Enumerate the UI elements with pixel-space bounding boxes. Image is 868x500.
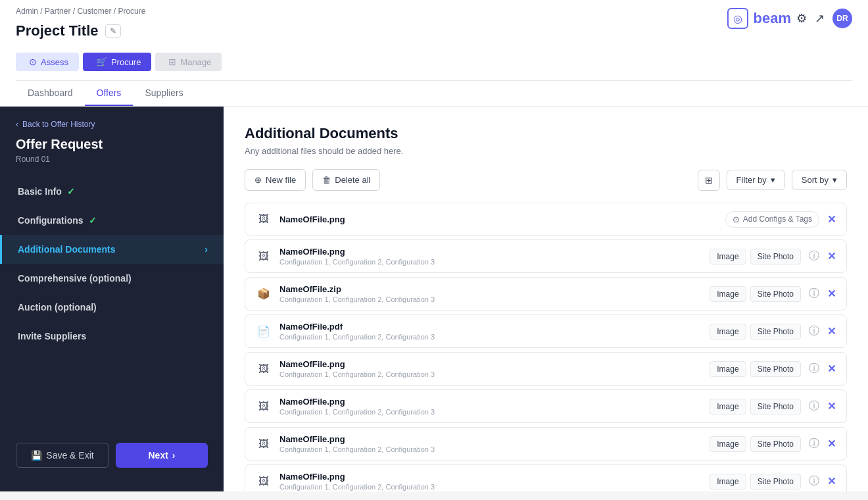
file-info-button[interactable]: ⓘ	[808, 286, 821, 302]
file-actions: ⓘ✕	[808, 248, 837, 264]
beam-circle-icon: ◎	[733, 12, 742, 25]
file-type-icon: 📄	[254, 322, 273, 341]
next-button[interactable]: Next ›	[116, 443, 208, 468]
file-row: 🖼NameOfFile.png⊙ Add Configs & Tags✕	[245, 203, 847, 236]
file-tag: Image	[710, 361, 746, 377]
back-to-offer-history[interactable]: ‹ Back to Offer History	[0, 120, 224, 137]
tab-offers[interactable]: Offers	[85, 81, 133, 106]
grid-view-button[interactable]: ⊞	[698, 170, 720, 191]
file-tags: ⊙ Add Configs & Tags	[725, 211, 819, 228]
back-label: Back to Offer History	[22, 120, 95, 129]
assess-icon: ⊙	[29, 57, 37, 67]
arrow-icon-additional-documents: ›	[205, 244, 208, 255]
file-remove-button[interactable]: ✕	[826, 436, 837, 451]
file-configs: Configuration 1, Configuration 2, Config…	[279, 295, 703, 303]
step-procure-label: Procure	[111, 57, 141, 67]
file-remove-button[interactable]: ✕	[826, 212, 837, 227]
step-assess-label: Assess	[41, 57, 68, 67]
breadcrumb-partner[interactable]: Partner	[45, 7, 70, 16]
file-info-button[interactable]: ⓘ	[808, 248, 821, 264]
next-label: Next	[148, 450, 168, 461]
new-file-label: New file	[266, 175, 296, 185]
breadcrumb-admin[interactable]: Admin	[16, 7, 38, 16]
content-title: Additional Documents	[245, 125, 847, 142]
main-layout: ‹ Back to Offer History Offer Request Ro…	[0, 107, 868, 491]
chevron-left-icon: ‹	[16, 120, 18, 129]
file-remove-button[interactable]: ✕	[826, 286, 837, 301]
new-file-button[interactable]: ⊕ New file	[245, 169, 306, 191]
file-name: NameOfFile.png	[279, 397, 703, 407]
file-tag: Image	[710, 436, 746, 452]
sort-by-button[interactable]: Sort by ▾	[792, 170, 847, 190]
step-assess[interactable]: ⊙ Assess	[16, 53, 79, 71]
sidebar-item-comprehensive[interactable]: Comprehensive (optional)	[0, 264, 224, 293]
delete-all-button[interactable]: 🗑 Delete all	[312, 169, 380, 191]
settings-icon[interactable]: ⚙	[796, 11, 807, 26]
file-info: NameOfFile.pngConfiguration 1, Configura…	[279, 397, 703, 416]
info-circle-icon: ⓘ	[809, 249, 819, 263]
beam-logo-icon: ◎	[727, 8, 748, 29]
step-progress: ⊙ Assess 🛒 Procure ⊞ Manage	[16, 46, 852, 80]
file-info-button[interactable]: ⓘ	[808, 436, 821, 452]
external-link-icon[interactable]: ↗	[815, 11, 825, 26]
file-remove-button[interactable]: ✕	[826, 249, 837, 264]
close-icon: ✕	[827, 362, 836, 375]
file-info: NameOfFile.pngConfiguration 1, Configura…	[279, 434, 703, 453]
file-tag: Site Photo	[750, 324, 801, 339]
file-info-button[interactable]: ⓘ	[808, 323, 821, 339]
sidebar-item-invite-suppliers[interactable]: Invite Suppliers	[0, 322, 224, 351]
sidebar-item-additional-documents[interactable]: Additional Documents ›	[0, 235, 224, 264]
file-row: 🖼NameOfFile.pngConfiguration 1, Configur…	[245, 427, 847, 461]
check-icon-basic-info: ✓	[67, 186, 75, 197]
file-remove-button[interactable]: ✕	[826, 399, 837, 414]
close-icon: ✕	[827, 475, 836, 488]
nav-tabs: Dashboard Offers Suppliers	[16, 80, 852, 106]
file-info-button[interactable]: ⓘ	[808, 361, 821, 377]
file-name: NameOfFile.png	[279, 359, 703, 369]
sidebar-item-basic-info[interactable]: Basic Info ✓	[0, 177, 224, 206]
file-remove-button[interactable]: ✕	[826, 324, 837, 339]
save-exit-button[interactable]: 💾 Save & Exit	[16, 443, 109, 468]
file-info: NameOfFile.pngConfiguration 1, Configura…	[279, 472, 703, 491]
breadcrumb-customer[interactable]: Customer	[77, 7, 111, 16]
file-info-button[interactable]: ⓘ	[808, 398, 821, 414]
user-avatar[interactable]: DR	[832, 9, 852, 28]
beam-logo-text: beam	[754, 10, 791, 27]
file-tag: Image	[710, 286, 746, 302]
file-remove-button[interactable]: ✕	[826, 361, 837, 376]
file-tag: Site Photo	[750, 249, 801, 264]
info-circle-icon: ⓘ	[809, 474, 819, 488]
close-icon: ✕	[827, 438, 836, 450]
breadcrumb-procure[interactable]: Procure	[118, 7, 145, 16]
tab-dashboard[interactable]: Dashboard	[16, 81, 85, 106]
trash-icon: 🗑	[322, 175, 331, 185]
step-procure[interactable]: 🛒 Procure	[83, 53, 152, 71]
file-configs: Configuration 1, Configuration 2, Config…	[279, 258, 703, 266]
info-circle-icon: ⓘ	[809, 399, 819, 413]
content-area: Additional Documents Any additional file…	[224, 107, 868, 491]
file-name: NameOfFile.pdf	[279, 322, 703, 332]
file-info-button[interactable]: ⓘ	[808, 473, 821, 489]
file-type-icon: 🖼	[254, 397, 273, 416]
file-tags: ImageSite Photo	[710, 249, 801, 264]
close-icon: ✕	[827, 400, 836, 413]
sidebar-item-auction[interactable]: Auction (optional)	[0, 293, 224, 322]
filter-by-button[interactable]: Filter by ▾	[727, 170, 785, 190]
file-row: 📄NameOfFile.pdfConfiguration 1, Configur…	[245, 314, 847, 348]
sidebar-item-configurations[interactable]: Configurations ✓	[0, 206, 224, 235]
edit-project-title-button[interactable]: ✎	[105, 24, 121, 38]
sidebar-label-comprehensive: Comprehensive (optional)	[18, 273, 132, 284]
file-name: NameOfFile.zip	[279, 284, 703, 294]
header-icons: ⚙ ↗ DR	[796, 9, 852, 28]
file-tags: ImageSite Photo	[710, 361, 801, 377]
close-icon: ✕	[827, 250, 836, 262]
file-tag: Image	[710, 249, 746, 264]
add-configs-tags-button[interactable]: ⊙ Add Configs & Tags	[725, 211, 819, 228]
file-name: NameOfFile.png	[279, 214, 719, 224]
delete-all-label: Delete all	[335, 175, 370, 185]
settings-circle-icon: ⊙	[733, 214, 740, 224]
file-remove-button[interactable]: ✕	[826, 474, 837, 489]
tab-suppliers[interactable]: Suppliers	[133, 81, 195, 106]
step-manage[interactable]: ⊞ Manage	[155, 53, 222, 71]
plus-icon: ⊕	[254, 175, 262, 185]
